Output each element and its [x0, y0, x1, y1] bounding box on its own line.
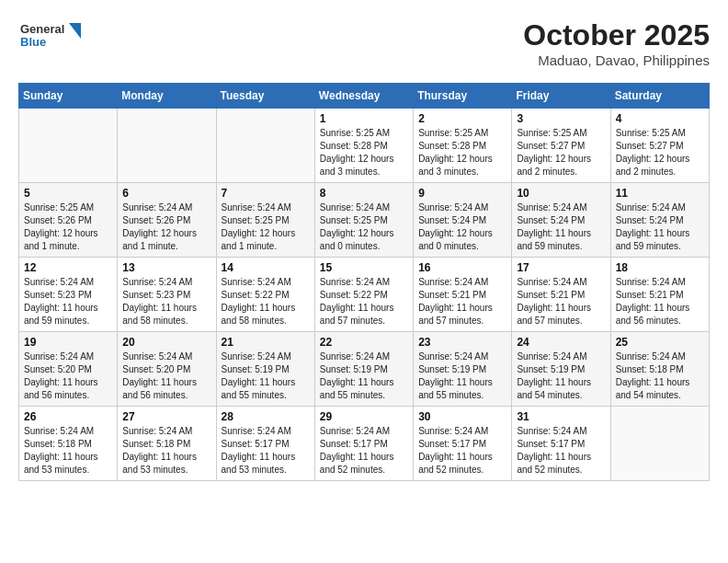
calendar-cell: 30 Sunrise: 5:24 AMSunset: 5:17 PMDaylig… — [414, 407, 512, 481]
day-info: Sunrise: 5:24 AMSunset: 5:25 PMDaylight:… — [320, 201, 408, 253]
day-info: Sunrise: 5:24 AMSunset: 5:25 PMDaylight:… — [222, 201, 310, 253]
day-number: 8 — [320, 187, 408, 200]
calendar-cell: 7 Sunrise: 5:24 AMSunset: 5:25 PMDayligh… — [216, 183, 314, 258]
day-info: Sunrise: 5:24 AMSunset: 5:23 PMDaylight:… — [122, 276, 210, 327]
calendar-cell: 2 Sunrise: 5:25 AMSunset: 5:28 PMDayligh… — [414, 109, 512, 183]
day-number: 27 — [122, 410, 210, 423]
day-number: 9 — [418, 187, 506, 200]
day-number: 3 — [517, 112, 605, 125]
calendar-cell: 1 Sunrise: 5:25 AMSunset: 5:28 PMDayligh… — [314, 109, 413, 183]
weekday-header-sunday: Sunday — [19, 84, 118, 109]
day-info: Sunrise: 5:24 AMSunset: 5:22 PMDaylight:… — [222, 276, 310, 327]
day-number: 21 — [222, 336, 310, 349]
day-info: Sunrise: 5:25 AMSunset: 5:27 PMDaylight:… — [616, 127, 704, 178]
day-info: Sunrise: 5:24 AMSunset: 5:21 PMDaylight:… — [517, 276, 605, 327]
day-number: 13 — [122, 261, 210, 274]
day-number: 4 — [616, 112, 704, 125]
weekday-header-row: SundayMondayTuesdayWednesdayThursdayFrid… — [19, 84, 710, 109]
calendar-cell: 21 Sunrise: 5:24 AMSunset: 5:19 PMDaylig… — [216, 332, 314, 407]
calendar-week-row: 19 Sunrise: 5:24 AMSunset: 5:20 PMDaylig… — [19, 332, 710, 407]
day-number: 12 — [24, 261, 112, 274]
calendar-week-row: 1 Sunrise: 5:25 AMSunset: 5:28 PMDayligh… — [19, 109, 710, 183]
day-info: Sunrise: 5:24 AMSunset: 5:19 PMDaylight:… — [320, 350, 408, 402]
calendar-cell: 4 Sunrise: 5:25 AMSunset: 5:27 PMDayligh… — [610, 109, 709, 183]
calendar-week-row: 12 Sunrise: 5:24 AMSunset: 5:23 PMDaylig… — [19, 258, 710, 332]
calendar-cell: 23 Sunrise: 5:24 AMSunset: 5:19 PMDaylig… — [414, 332, 512, 407]
day-info: Sunrise: 5:24 AMSunset: 5:24 PMDaylight:… — [616, 201, 704, 253]
day-info: Sunrise: 5:24 AMSunset: 5:19 PMDaylight:… — [222, 350, 310, 402]
page-header: General Blue October 2025 Maduao, Davao,… — [18, 18, 710, 68]
location: Maduao, Davao, Philippines — [523, 52, 710, 68]
day-info: Sunrise: 5:24 AMSunset: 5:21 PMDaylight:… — [616, 276, 704, 327]
day-number: 24 — [517, 336, 605, 349]
svg-marker-2 — [69, 23, 81, 39]
calendar-cell: 27 Sunrise: 5:24 AMSunset: 5:18 PMDaylig… — [118, 407, 216, 481]
calendar-cell: 15 Sunrise: 5:24 AMSunset: 5:22 PMDaylig… — [314, 258, 413, 332]
day-number: 1 — [320, 112, 408, 125]
calendar-cell: 14 Sunrise: 5:24 AMSunset: 5:22 PMDaylig… — [216, 258, 314, 332]
day-number: 2 — [418, 112, 506, 125]
weekday-header-tuesday: Tuesday — [216, 84, 314, 109]
day-info: Sunrise: 5:24 AMSunset: 5:24 PMDaylight:… — [418, 201, 506, 253]
day-info: Sunrise: 5:24 AMSunset: 5:17 PMDaylight:… — [320, 425, 408, 477]
day-number: 25 — [616, 336, 704, 349]
day-info: Sunrise: 5:24 AMSunset: 5:24 PMDaylight:… — [517, 201, 605, 253]
calendar-week-row: 26 Sunrise: 5:24 AMSunset: 5:18 PMDaylig… — [19, 407, 710, 481]
day-number: 28 — [222, 410, 310, 423]
weekday-header-friday: Friday — [512, 84, 610, 109]
calendar-cell: 28 Sunrise: 5:24 AMSunset: 5:17 PMDaylig… — [216, 407, 314, 481]
calendar-cell: 22 Sunrise: 5:24 AMSunset: 5:19 PMDaylig… — [314, 332, 413, 407]
day-number: 23 — [418, 336, 506, 349]
day-number: 6 — [122, 187, 210, 200]
day-number: 17 — [517, 261, 605, 274]
day-number: 15 — [320, 261, 408, 274]
day-number: 16 — [418, 261, 506, 274]
day-info: Sunrise: 5:24 AMSunset: 5:23 PMDaylight:… — [24, 276, 112, 327]
calendar-cell: 24 Sunrise: 5:24 AMSunset: 5:19 PMDaylig… — [512, 332, 610, 407]
day-info: Sunrise: 5:25 AMSunset: 5:26 PMDaylight:… — [24, 201, 112, 253]
day-number: 31 — [517, 410, 605, 423]
calendar-cell: 20 Sunrise: 5:24 AMSunset: 5:20 PMDaylig… — [118, 332, 216, 407]
day-number: 20 — [122, 336, 210, 349]
day-number: 10 — [517, 187, 605, 200]
calendar-cell: 29 Sunrise: 5:24 AMSunset: 5:17 PMDaylig… — [314, 407, 413, 481]
calendar-cell — [216, 109, 314, 183]
day-number: 22 — [320, 336, 408, 349]
calendar-cell: 13 Sunrise: 5:24 AMSunset: 5:23 PMDaylig… — [118, 258, 216, 332]
day-info: Sunrise: 5:24 AMSunset: 5:18 PMDaylight:… — [616, 350, 704, 402]
day-number: 14 — [222, 261, 310, 274]
calendar-cell — [19, 109, 118, 183]
calendar-week-row: 5 Sunrise: 5:25 AMSunset: 5:26 PMDayligh… — [19, 183, 710, 258]
day-info: Sunrise: 5:24 AMSunset: 5:17 PMDaylight:… — [517, 425, 605, 477]
calendar-cell: 6 Sunrise: 5:24 AMSunset: 5:26 PMDayligh… — [118, 183, 216, 258]
day-info: Sunrise: 5:24 AMSunset: 5:20 PMDaylight:… — [122, 350, 210, 402]
title-block: October 2025 Maduao, Davao, Philippines — [523, 18, 710, 68]
day-info: Sunrise: 5:24 AMSunset: 5:17 PMDaylight:… — [222, 425, 310, 477]
calendar-cell — [118, 109, 216, 183]
day-number: 18 — [616, 261, 704, 274]
calendar-cell: 19 Sunrise: 5:24 AMSunset: 5:20 PMDaylig… — [19, 332, 118, 407]
weekday-header-saturday: Saturday — [610, 84, 709, 109]
weekday-header-monday: Monday — [118, 84, 216, 109]
svg-text:Blue: Blue — [20, 35, 46, 49]
day-number: 11 — [616, 187, 704, 200]
day-info: Sunrise: 5:24 AMSunset: 5:26 PMDaylight:… — [122, 201, 210, 253]
day-info: Sunrise: 5:25 AMSunset: 5:28 PMDaylight:… — [418, 127, 506, 178]
day-info: Sunrise: 5:24 AMSunset: 5:20 PMDaylight:… — [24, 350, 112, 402]
calendar-cell: 12 Sunrise: 5:24 AMSunset: 5:23 PMDaylig… — [19, 258, 118, 332]
day-number: 29 — [320, 410, 408, 423]
day-info: Sunrise: 5:25 AMSunset: 5:28 PMDaylight:… — [320, 127, 408, 178]
day-number: 26 — [24, 410, 112, 423]
calendar-cell: 5 Sunrise: 5:25 AMSunset: 5:26 PMDayligh… — [19, 183, 118, 258]
day-info: Sunrise: 5:25 AMSunset: 5:27 PMDaylight:… — [517, 127, 605, 178]
calendar-cell: 16 Sunrise: 5:24 AMSunset: 5:21 PMDaylig… — [414, 258, 512, 332]
day-number: 5 — [24, 187, 112, 200]
calendar-cell: 3 Sunrise: 5:25 AMSunset: 5:27 PMDayligh… — [512, 109, 610, 183]
logo-svg: General Blue — [18, 18, 83, 60]
weekday-header-wednesday: Wednesday — [314, 84, 413, 109]
calendar-cell — [610, 407, 709, 481]
calendar-cell: 31 Sunrise: 5:24 AMSunset: 5:17 PMDaylig… — [512, 407, 610, 481]
calendar-cell: 25 Sunrise: 5:24 AMSunset: 5:18 PMDaylig… — [610, 332, 709, 407]
weekday-header-thursday: Thursday — [414, 84, 512, 109]
day-info: Sunrise: 5:24 AMSunset: 5:18 PMDaylight:… — [122, 425, 210, 477]
